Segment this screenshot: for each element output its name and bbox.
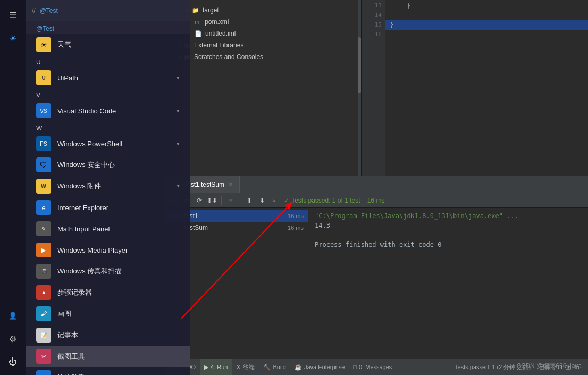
output-line-num: 14.3	[315, 221, 582, 230]
menu-item-notepad[interactable]: 📝 记事本	[26, 324, 190, 346]
menu-label-fax: Windows 传真和扫描	[57, 266, 180, 276]
menu-label-media-player: Windows Media Player	[57, 246, 180, 254]
more-indicator: »	[272, 197, 275, 204]
menu-item-fax[interactable]: 📠 Windows 传真和扫描	[26, 261, 190, 282]
line-num-13: 13	[375, 1, 382, 11]
tree-item-target[interactable]: ▶ 📁 target	[165, 4, 361, 16]
settings-button[interactable]: ⚙	[2, 328, 23, 349]
hamburger-button[interactable]: ☰	[2, 4, 23, 26]
status-build[interactable]: 🔨 Build	[259, 359, 290, 375]
test-name-test1: Test1	[183, 212, 288, 220]
tree-item-scratches[interactable]: ▶ 📁 Scratches and Consoles	[165, 51, 361, 63]
toolbar-down-btn[interactable]: ⬇	[256, 195, 268, 206]
menu-item-quick-assist[interactable]: Q 快速助手	[26, 367, 190, 375]
messages-icon: □	[353, 364, 357, 370]
output-line-exit: Process finished with exit code 0	[315, 240, 582, 249]
menu-label-snipping: 截图工具	[57, 352, 180, 361]
power-button[interactable]: ⏻	[2, 352, 23, 373]
tab-close-btn[interactable]: ✕	[229, 181, 233, 187]
menu-item-powershell[interactable]: PS Windows PowerShell ▾	[26, 133, 190, 154]
test-name-testsum: testSum	[184, 224, 288, 231]
menu-label-vscode: Visual Studio Code	[57, 107, 177, 115]
status-java-enterprise[interactable]: ☕ Java Enterprise	[290, 359, 349, 375]
status-messages[interactable]: □ 0: Messages	[349, 359, 396, 375]
bottom-panel: ▶ Test1.testSum ✕ ✓ ⊘ ⟳ ⬆⬇ ≡ ⬆ ⬇ » ✓	[165, 176, 588, 359]
line-num-16: 16	[375, 30, 382, 39]
code-line-13: }	[385, 1, 588, 11]
menu-item-snipping[interactable]: ✂ 截图工具	[26, 346, 190, 367]
paint-icon: 🖌	[36, 306, 51, 321]
menu-item-accessories[interactable]: W Windows 附件 ▴	[26, 176, 190, 197]
tree-item-pom[interactable]: m pom.xml	[165, 16, 361, 28]
tree-item-iml[interactable]: 📄 untitled.iml	[165, 28, 361, 39]
menu-item-paint[interactable]: 🖌 画图	[26, 303, 190, 324]
toolbar-sort-btn[interactable]: ⬆⬇	[206, 195, 218, 206]
toolbar-rerun-btn[interactable]: ⟳	[194, 195, 205, 206]
editor-gutter: 13 14 15 16	[362, 0, 385, 176]
xml-icon: m	[195, 19, 199, 25]
menu-list: ☀ 天气 U U UiPath ▾ V VS Visual Studio Cod…	[26, 34, 190, 375]
menu-item-weather[interactable]: ☀ 天气	[26, 34, 190, 55]
uipath-icon: U	[36, 70, 51, 85]
menu-item-label: 天气	[57, 40, 180, 49]
output-line-blank	[315, 230, 582, 240]
status-run-label: 4: Run	[211, 364, 228, 370]
status-run[interactable]: ▶ 4: Run	[200, 359, 232, 375]
arrow-icon-ps: ▾	[177, 140, 180, 147]
menu-item-uipath[interactable]: U UiPath ▾	[26, 67, 190, 88]
weather-button[interactable]: ☀	[2, 28, 23, 49]
tree-label-scratches: Scratches and Consoles	[194, 53, 263, 61]
menu-item-ie[interactable]: e Internet Explorer	[26, 197, 190, 218]
status-java-label: Java Enterprise	[304, 364, 345, 370]
toolbar-up-btn[interactable]: ⬆	[243, 195, 255, 206]
settings-icon: ⚙	[9, 334, 16, 344]
arrow-icon-acc: ▴	[177, 183, 180, 190]
rerun-icon: ⟳	[197, 197, 202, 204]
down-icon: ⬇	[259, 197, 265, 204]
tree-scrollbar-thumb	[358, 37, 361, 93]
passed-check-icon: ✓	[284, 197, 289, 204]
weather-icon: ☀	[9, 34, 16, 44]
up-icon: ⬆	[247, 197, 252, 204]
menu-label-accessories: Windows 附件	[57, 181, 177, 191]
menu-item-security[interactable]: 🛡 Windows 安全中心	[26, 154, 190, 176]
tree-label-pom: pom.xml	[205, 18, 229, 26]
user-button[interactable]: 👤	[2, 305, 23, 326]
tree-item-external-libs[interactable]: ▶ 📚 External Libraries	[165, 39, 361, 51]
menu-label-ie: Internet Explorer	[57, 204, 180, 212]
menu-icon: ≡	[229, 197, 232, 204]
menu-item-media-player[interactable]: ▶ Windows Media Player	[26, 239, 190, 261]
menu-item-math-input[interactable]: ✎ Math Input Panel	[26, 218, 190, 239]
accessories-icon: W	[36, 179, 51, 194]
test-passed-text: Tests passed: 1 of 1 test – 16 ms	[291, 197, 384, 204]
start-menu: // @Test @Test ☀ 天气 U U UiPath ▾ V VS Vi…	[26, 0, 190, 375]
section-header-w: W	[26, 121, 190, 133]
menu-label-notepad: 记事本	[57, 330, 180, 340]
toolbar-menu-btn[interactable]: ≡	[225, 195, 237, 206]
bottom-tabs-bar: ▶ Test1.testSum ✕	[165, 176, 588, 193]
folder-icon: 📁	[192, 7, 199, 14]
weather-menu-icon: ☀	[36, 37, 51, 52]
code-line-14	[385, 11, 588, 20]
arrow-icon: ▾	[177, 74, 180, 81]
media-player-icon: ▶	[36, 243, 51, 257]
status-messages-label: 0: Messages	[359, 364, 392, 370]
snipping-icon: ✂	[36, 349, 51, 364]
menu-item-vscode[interactable]: VS Visual Studio Code ▾	[26, 100, 190, 121]
hamburger-icon: ☰	[9, 10, 16, 20]
build-icon: 🔨	[263, 364, 271, 371]
powershell-icon: PS	[36, 136, 51, 151]
watermark: CSDN @烟雨666_java	[517, 362, 582, 371]
menu-label-uipath: UiPath	[57, 74, 177, 82]
power-icon: ⏻	[9, 357, 17, 367]
menu-label-powershell: Windows PowerShell	[57, 140, 177, 148]
menu-item-steps-recorder[interactable]: ● 步骤记录器	[26, 282, 190, 303]
line-num-14: 14	[375, 11, 382, 20]
tree-scrollbar[interactable]	[358, 0, 361, 186]
editor-code-area[interactable]: } }	[385, 1, 588, 39]
menu-label-math-input: Math Input Panel	[57, 225, 180, 233]
status-terminal[interactable]: ✕ 终端	[232, 359, 259, 375]
status-terminal-label: 终端	[243, 363, 255, 371]
run-icon: ▶	[204, 364, 208, 371]
test-annotation: @Test	[40, 7, 58, 14]
